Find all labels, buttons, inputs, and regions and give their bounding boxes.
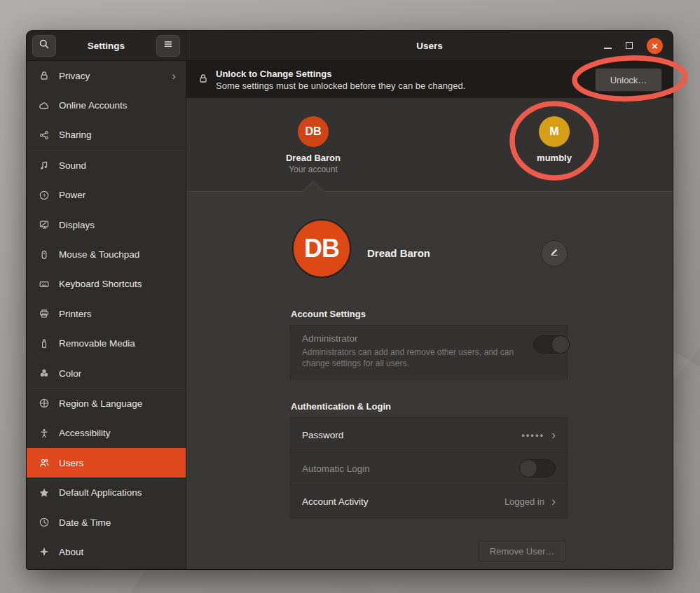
password-row[interactable]: Password ••••• ›	[291, 418, 567, 452]
sidebar-item-color[interactable]: Color	[27, 358, 186, 388]
titlebar: Users ×	[186, 31, 673, 61]
sidebar-item-sharing[interactable]: Sharing	[27, 120, 186, 150]
auth-login-card: Password ••••• › Automatic Login Acco	[290, 417, 568, 518]
music-note-icon	[39, 160, 50, 171]
sidebar-item-displays[interactable]: Displays	[27, 210, 186, 239]
administrator-label: Administrator	[302, 333, 533, 344]
sidebar-nav: Privacy › Online Accounts Sharing Sound	[27, 61, 186, 569]
administrator-toggle[interactable]	[533, 335, 570, 354]
sidebar-item-power[interactable]: Power	[27, 181, 186, 210]
sparkle-icon	[39, 546, 50, 557]
menu-button[interactable]	[156, 35, 180, 57]
sidebar-item-label: About	[59, 547, 83, 557]
power-icon	[39, 190, 50, 201]
user-name: Dread Baron	[261, 153, 366, 163]
avatar: M	[539, 116, 570, 147]
sidebar-item-users[interactable]: Users	[27, 448, 186, 477]
chevron-right-icon: ›	[551, 428, 556, 441]
chevron-right-icon: ›	[551, 495, 556, 508]
administrator-text: Administrator Administrators can add and…	[302, 333, 533, 370]
password-dots: •••••	[521, 430, 544, 440]
sidebar-item-removable-media[interactable]: Removable Media	[27, 329, 186, 358]
sidebar-item-label: Power	[59, 190, 85, 200]
password-label: Password	[302, 430, 343, 440]
sidebar-item-accessibility[interactable]: Accessibility	[27, 419, 186, 448]
window-controls: ×	[604, 31, 663, 60]
account-activity-label: Account Activity	[302, 496, 369, 507]
sidebar: Settings Privacy › Online Accounts	[27, 31, 186, 569]
auth-login-heading: Authentication & Login	[291, 401, 391, 412]
close-button[interactable]: ×	[647, 38, 663, 54]
user-mumbly[interactable]: M mumbly	[502, 116, 607, 163]
sidebar-item-privacy[interactable]: Privacy ›	[27, 61, 186, 90]
sidebar-item-label: Displays	[59, 220, 95, 230]
close-icon: ×	[652, 40, 658, 52]
selected-user-arrow	[303, 182, 323, 192]
sidebar-header: Settings	[27, 31, 186, 61]
page-title: Users	[416, 41, 443, 51]
automatic-login-row: Automatic Login	[291, 452, 567, 484]
sidebar-item-label: Users	[59, 458, 83, 468]
unlock-button[interactable]: Unlock…	[595, 68, 662, 92]
usb-drive-icon	[39, 338, 50, 349]
user-dread-baron[interactable]: DB Dread Baron Your account	[261, 116, 366, 174]
chevron-right-icon: ›	[172, 70, 176, 82]
unlock-banner: Unlock to Change Settings Some settings …	[186, 61, 673, 98]
sidebar-item-date-time[interactable]: Date & Time	[27, 508, 186, 537]
search-button[interactable]	[32, 35, 56, 57]
sidebar-item-about[interactable]: About	[27, 537, 186, 566]
sidebar-item-printers[interactable]: Printers	[27, 299, 186, 328]
maximize-button[interactable]	[626, 42, 633, 49]
user-carousel: DB Dread Baron Your account M mumbly	[186, 98, 673, 192]
hamburger-icon	[163, 39, 173, 52]
profile-avatar[interactable]: DB	[291, 218, 352, 279]
clock-icon	[39, 517, 50, 528]
sidebar-item-label: Color	[59, 368, 81, 379]
minimize-button[interactable]	[604, 48, 612, 49]
globe-icon	[39, 398, 50, 409]
sidebar-item-region-language[interactable]: Region & Language	[27, 389, 186, 418]
edit-name-button[interactable]	[541, 240, 568, 267]
automatic-login-label: Automatic Login	[302, 463, 370, 474]
lock-icon	[198, 73, 209, 87]
pencil-icon	[549, 247, 559, 260]
sidebar-item-label: Printers	[59, 309, 92, 319]
printer-icon	[39, 308, 50, 319]
sidebar-item-label: Online Accounts	[59, 100, 128, 111]
share-icon	[39, 130, 50, 141]
sidebar-item-label: Accessibility	[59, 428, 111, 438]
automatic-login-toggle[interactable]	[519, 459, 556, 477]
unlock-banner-text: Unlock to Change Settings Some settings …	[216, 69, 465, 91]
sidebar-item-default-applications[interactable]: Default Applications	[27, 477, 186, 507]
sidebar-item-label: Removable Media	[59, 338, 135, 349]
unlock-banner-title: Unlock to Change Settings	[216, 69, 465, 79]
sidebar-item-label: Keyboard Shortcuts	[59, 279, 142, 289]
unlock-banner-subtitle: Some settings must be unlocked before th…	[216, 81, 465, 91]
mouse-icon	[39, 249, 50, 260]
sidebar-item-label: Date & Time	[59, 517, 111, 528]
administrator-description: Administrators can add and remove other …	[302, 347, 533, 370]
account-activity-row[interactable]: Account Activity Logged in ›	[291, 484, 567, 517]
toggle-knob	[519, 459, 537, 477]
sidebar-item-online-accounts[interactable]: Online Accounts	[27, 90, 186, 120]
user-subtitle: Your account	[261, 165, 366, 174]
lock-icon	[39, 70, 50, 81]
sidebar-item-sound[interactable]: Sound	[27, 151, 186, 180]
sidebar-item-label: Privacy	[59, 71, 90, 81]
sidebar-item-label: Mouse & Touchpad	[59, 249, 139, 260]
user-name: mumbly	[502, 153, 607, 163]
account-activity-value: Logged in	[505, 496, 544, 507]
sidebar-item-label: Sharing	[59, 130, 92, 140]
cloud-icon	[39, 100, 50, 111]
account-settings-heading: Account Settings	[291, 309, 366, 319]
display-icon	[39, 219, 50, 230]
settings-window: Settings Privacy › Online Accounts	[27, 31, 673, 569]
sidebar-item-keyboard-shortcuts[interactable]: Keyboard Shortcuts	[27, 270, 186, 299]
keyboard-icon	[39, 279, 50, 290]
sidebar-item-label: Region & Language	[59, 398, 142, 409]
remove-user-button[interactable]: Remove User…	[478, 540, 566, 562]
search-icon	[39, 39, 50, 53]
desktop-background: Settings Privacy › Online Accounts	[0, 0, 700, 593]
sidebar-item-mouse-touchpad[interactable]: Mouse & Touchpad	[27, 239, 186, 269]
star-icon	[39, 487, 50, 498]
